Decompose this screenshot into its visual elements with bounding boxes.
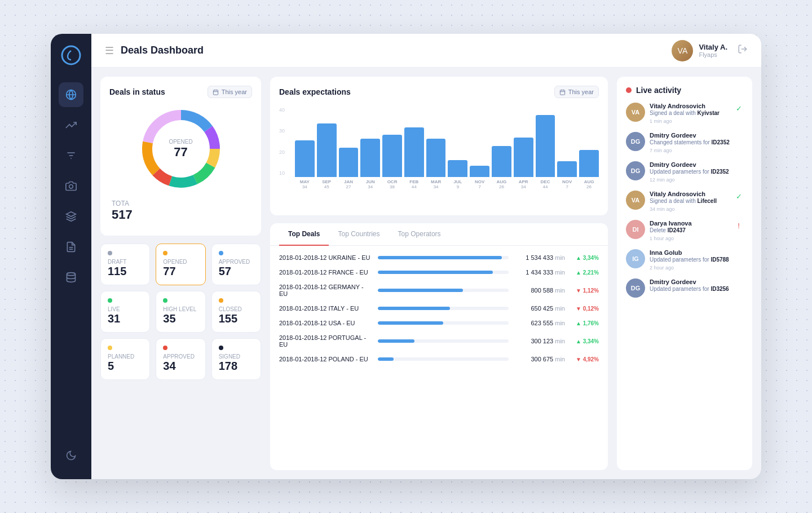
table-row[interactable]: 2018-01-2018-12 POLAND - EU 300 675 min … — [270, 352, 608, 366]
activity-user-name: Dmitry Gordeev — [650, 161, 730, 168]
activity-user-name: Dmitry Gordeev — [650, 278, 730, 285]
avatar: DG — [626, 161, 645, 180]
tab-top-countries[interactable]: Top Countries — [329, 223, 389, 246]
tab-top-deals[interactable]: Top Deals — [279, 223, 329, 246]
warning-icon: ! — [734, 221, 743, 230]
total-section: TOTA 517 — [109, 200, 252, 227]
logo-icon[interactable] — [61, 45, 81, 65]
bar-group: NOV 7 — [470, 166, 489, 189]
check-icon: ✓ — [734, 104, 743, 113]
bar-label: NOV 7 — [562, 179, 572, 189]
sidebar-item-chart[interactable] — [59, 113, 83, 138]
activity-time: 34 min ago — [650, 206, 730, 212]
stat-label: APPROVED — [163, 353, 198, 360]
stat-value: 155 — [219, 312, 254, 325]
table-row[interactable]: 2018-01-2018-12 PORTUGAL - EU 300 123 mi… — [270, 330, 608, 352]
stat-label: DRAFT — [108, 259, 143, 265]
deals-status-date-label: This year — [222, 89, 247, 95]
bar-label: JUL 9 — [453, 179, 462, 189]
user-profile: VA Vitaly A. Flyaps — [672, 40, 748, 61]
deal-name: 2018-01-2018-12 UKRAINE - EU — [279, 254, 372, 261]
user-info: Vitaly A. Flyaps — [699, 43, 727, 58]
bar-label: MAY 34 — [300, 179, 310, 189]
total-value: 517 — [112, 207, 250, 222]
logout-button[interactable] — [738, 44, 748, 57]
sidebar-item-layers[interactable] — [59, 204, 83, 229]
sidebar-item-filter[interactable] — [59, 143, 83, 168]
table-row[interactable]: 2018-01-2018-12 FRANCE - EU 1 434 333 mi… — [270, 265, 608, 280]
activity-user-name: Vitaly Androsovich — [650, 191, 730, 197]
sidebar-item-doc[interactable] — [59, 235, 83, 259]
hamburger-icon[interactable]: ☰ — [105, 45, 114, 57]
svg-point-6 — [69, 185, 73, 189]
activity-user-name: Vitaly Androsovich — [650, 103, 730, 109]
sidebar-item-moon[interactable] — [59, 443, 83, 468]
avatar[interactable]: VA — [672, 40, 693, 61]
deal-value: 623 555 min — [514, 320, 565, 326]
bar-group: MAR 34 — [426, 139, 446, 189]
bar-group: FEB 44 — [404, 127, 424, 189]
bar-group: OCR 38 — [382, 135, 402, 189]
deal-change: ▼ 4,92% — [571, 356, 599, 362]
deals-status-date-filter[interactable]: This year — [208, 86, 252, 98]
stat-label: APPROVED — [219, 259, 254, 265]
activity-highlight: Kyivstar — [698, 110, 720, 116]
bar-group: APR 34 — [514, 138, 533, 189]
bar-label: MAR 34 — [431, 179, 441, 189]
donut-chart: OPENED 77 — [109, 104, 252, 194]
deal-value: 300 123 min — [514, 338, 565, 344]
left-panel: Deals in status This year — [100, 77, 261, 470]
tabs-card: Top Deals Top Countries Top Operators 20… — [270, 223, 608, 470]
stat-value: 57 — [219, 265, 254, 278]
stat-dot — [163, 298, 167, 303]
check-icon: ✓ — [734, 192, 743, 201]
deal-bar — [378, 357, 394, 361]
table-row[interactable]: 2018-01-2018-12 USA - EU 623 555 min ▲ 1… — [270, 316, 608, 330]
avatar: VA — [626, 103, 645, 122]
tab-top-operators[interactable]: Top Operators — [389, 223, 450, 246]
sidebar-item-db[interactable] — [59, 265, 83, 290]
deal-name: 2018-01-2018-12 FRANCE - EU — [279, 269, 372, 276]
activity-highlight: ID2352 — [710, 169, 729, 175]
bar — [317, 123, 337, 177]
table-row[interactable]: 2018-01-2018-12 UKRAINE - EU 1 534 433 m… — [270, 250, 608, 265]
deal-change: ▼ 1,12% — [571, 288, 599, 294]
svg-rect-25 — [560, 90, 564, 94]
bar-chart-area: 40 30 20 10 MAY 34 SEP 45 JAN 27 — [279, 105, 599, 206]
table-row[interactable]: 2018-01-2018-12 ITALY - EU 650 425 min ▼… — [270, 301, 608, 316]
chart-date-filter[interactable]: This year — [554, 86, 599, 98]
list-item: VA Vitaly Androsovich Signed a deal with… — [626, 103, 743, 124]
bar-group: SEP 45 — [317, 123, 337, 189]
live-title: Live activity — [636, 86, 681, 95]
empty-icon — [734, 133, 743, 142]
bar-group: JUL 9 — [448, 160, 467, 189]
svg-point-10 — [67, 273, 76, 276]
avatar: IG — [626, 249, 645, 268]
deal-bar-wrap — [378, 339, 509, 343]
user-name: Vitaly A. — [699, 43, 727, 51]
activity-time: 7 min ago — [650, 148, 730, 153]
stat-card-approved: APPROVED 57 — [211, 244, 261, 285]
donut-label: OPENED 77 — [169, 139, 192, 160]
deal-bar — [378, 271, 493, 274]
avatar: DI — [626, 220, 645, 239]
deal-bar — [378, 289, 463, 292]
deal-value: 1 534 433 min — [514, 254, 565, 261]
stat-value: 178 — [219, 360, 254, 373]
deals-status-card: Deals in status This year — [100, 77, 261, 236]
list-item: DG Dmitry Gordeev Updated parameters for… — [626, 161, 743, 183]
activity-desc: Updated parameters for ID3256 — [650, 285, 730, 293]
deal-bar-wrap — [378, 289, 509, 292]
sidebar-item-camera[interactable] — [59, 174, 83, 198]
stat-label: LIVE — [108, 306, 143, 312]
sidebar-item-globe[interactable] — [59, 82, 83, 107]
activity-time: 12 min ago — [650, 177, 730, 183]
stat-dot — [163, 346, 167, 350]
stat-value: 115 — [108, 265, 143, 278]
activity-highlight: ID5788 — [710, 256, 729, 263]
donut-label-value: 77 — [169, 145, 192, 160]
main-area: ☰ Deals Dashboard VA Vitaly A. Flyaps — [91, 34, 761, 479]
table-row[interactable]: 2018-01-2018-12 GERMANY - EU 800 588 min… — [270, 280, 608, 301]
deal-name: 2018-01-2018-12 ITALY - EU — [279, 305, 372, 312]
header: ☰ Deals Dashboard VA Vitaly A. Flyaps — [91, 34, 761, 68]
